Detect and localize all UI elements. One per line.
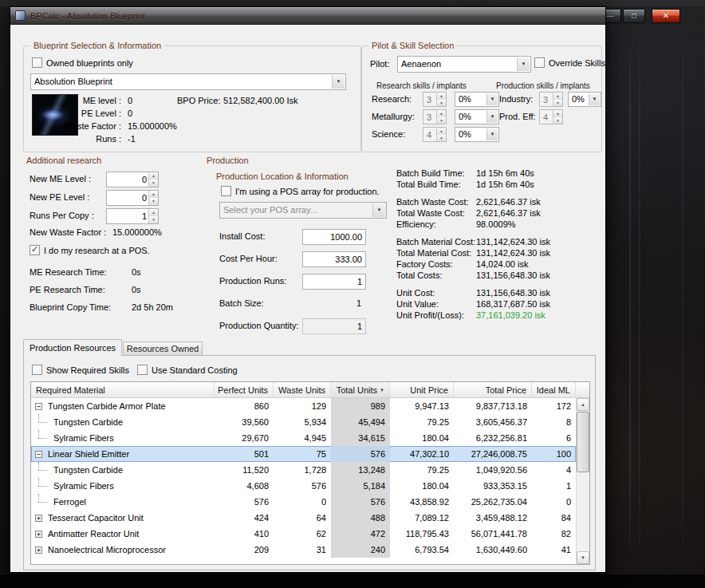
cell-waste-units: 4,945 [274,430,331,446]
table-row[interactable]: Tungsten Carbide39,5605,93445,49479.253,… [31,414,576,430]
cell-total-price: 6,232,256.81 [454,430,532,446]
skill-row: Prod. Eff:4▲▼ [499,109,603,126]
collapse-icon[interactable]: − [35,403,42,410]
table-row[interactable]: +Tesseract Capacitor Unit424644887,089.1… [31,510,576,526]
desktop-streak [682,29,683,569]
table-row[interactable]: Tungsten Carbide11,5201,72813,24879.251,… [31,462,576,478]
column-header-ideal-ml[interactable]: Ideal ML [532,382,576,397]
text-input[interactable]: 1000.00 [302,229,366,245]
override-skills-checkbox[interactable]: Override Skills [534,57,605,68]
checkbox-label: I do my research at a POS. [44,246,150,255]
table-row[interactable]: −Tungsten Carbide Armor Plate8601299899,… [31,398,576,414]
spinner-down-icon[interactable]: ▼ [437,100,446,107]
cell-unit-price: 180.04 [390,430,454,446]
cell-ideal-ml: 1 [532,478,576,494]
collapse-icon[interactable]: − [35,451,42,458]
numeric-input[interactable]: 0▲▼ [106,172,159,187]
use-standard-costing-checkbox[interactable]: Use Standard Costing [137,365,238,375]
stats-group: Batch Waste Cost:2,621,646.37 iskTotal W… [396,197,602,231]
implant-combo[interactable]: 0%▼ [455,109,499,124]
stats-group: Unit Cost:131,156,648.30 iskUnit Value:1… [396,288,602,322]
cell-unit-price: 47,302.10 [390,446,454,462]
cell-total-units: 5,184 [331,478,390,494]
implant-combo[interactable]: 0%▼ [455,127,499,142]
chevron-down-icon: ▼ [372,203,385,217]
spinner-up-icon[interactable]: ▲ [553,93,562,100]
cell-total-units: 13,248 [331,462,390,478]
cell-perfect-units: 29,670 [215,430,274,446]
expand-icon[interactable]: + [35,547,42,554]
scroll-up-icon[interactable]: ▲ [577,398,589,411]
implant-combo[interactable]: 0%▼ [568,92,601,107]
column-header-unit-price[interactable]: Unit Price [390,382,454,397]
spinner-up-icon[interactable]: ▲ [553,110,562,117]
spinner-down-icon[interactable]: ▼ [437,117,446,124]
stat-row: Efficiency:98.0009% [396,219,602,231]
spinner-down-icon[interactable]: ▼ [553,117,562,124]
spinner-down-icon[interactable]: ▼ [553,100,562,107]
material-cell: Sylramic Fibers [31,478,215,494]
numeric-input[interactable]: 1▲▼ [106,208,159,224]
numeric-input-row: New ME Level :0▲▼ [30,172,189,188]
table-row[interactable]: Ferrogel576057643,858.9225,262,735.040 [31,494,576,510]
stat-label: Batch Waste Cost: [396,197,469,207]
spinner-down-icon[interactable]: ▼ [149,216,158,223]
spinner-down-icon[interactable]: ▼ [149,198,158,205]
disabled-input: 1 [302,318,366,334]
text-input[interactable]: 333.00 [302,251,366,267]
table-row[interactable]: +Antimatter Reactor Unit41062472118,795.… [31,526,576,542]
column-header-label: Ideal ML [537,385,570,395]
tab-production-resources[interactable]: Production Resources [23,339,122,356]
pilot-combo[interactable]: Aenaenon ▼ [397,56,531,73]
numeric-input[interactable]: 0▲▼ [106,190,159,206]
titlebar[interactable]: BPCalc - Absolution Blueprint [10,7,605,25]
material-cell: +Tesseract Capacitor Unit [31,510,215,526]
research-at-pos-checkbox[interactable]: I do my research at a POS. [30,245,150,255]
input-label: Production Quantity: [219,321,299,330]
stat-value: 14,024.00 isk [476,259,528,269]
table-row[interactable]: Sylramic Fibers4,6085765,184180.04933,35… [31,478,576,494]
tab-resources-owned[interactable]: Resources Owned [123,341,203,356]
spinner-up-icon[interactable]: ▲ [437,128,446,135]
expand-icon[interactable]: + [35,531,42,538]
spinner-up-icon[interactable]: ▲ [149,191,158,198]
column-header-waste-units[interactable]: Waste Units [274,382,331,397]
desktop-streak [639,29,640,569]
expand-icon[interactable]: + [35,515,42,522]
spinner-up-icon[interactable]: ▲ [149,209,158,216]
material-name: Tungsten Carbide [53,414,123,430]
table-row[interactable]: −Linear Shield Emitter5017557647,302.102… [31,446,576,462]
spinner-buttons: ▲▼ [436,128,446,141]
column-header-total-price[interactable]: Total Price [454,382,532,397]
column-header-total-units[interactable]: Total Units▼ [331,382,390,397]
text-input[interactable]: 1 [302,274,366,290]
spinner-down-icon[interactable]: ▼ [437,135,446,142]
show-required-skills-checkbox[interactable]: Show Required Skills [32,365,129,375]
implant-combo[interactable]: 0%▼ [455,92,499,107]
vertical-scrollbar[interactable]: ▲ ▼ [576,398,589,564]
spinner-up-icon[interactable]: ▲ [437,110,446,117]
stat-value: 2,621,646.37 isk [476,197,541,207]
checkbox-icon [32,365,42,375]
material-cell: +Nanoelectrical Microprocessor [31,542,215,558]
scroll-down-icon[interactable]: ▼ [577,551,589,564]
scrollbar-thumb[interactable] [577,412,589,472]
client-area: Blueprint Selection & Information Owned … [10,25,605,572]
table-row[interactable]: Sylramic Fibers29,6704,94534,615180.046,… [31,430,576,446]
pos-array-checkbox[interactable]: I'm using a POS array for production. [221,186,380,196]
cell-ideal-ml: 8 [532,414,576,430]
chevron-down-icon: ▼ [486,93,498,105]
chevron-down-icon: ▼ [486,111,498,123]
table-row[interactable]: +Nanoelectrical Microprocessor209312406,… [31,542,576,558]
cell-perfect-units: 39,560 [215,414,274,430]
close-button[interactable]: ✕ [652,9,680,23]
spinner-buttons: ▲▼ [148,191,158,205]
info-label: Waste Factor : [65,121,121,131]
spinner-up-icon[interactable]: ▲ [149,172,158,180]
spinner-down-icon[interactable]: ▼ [149,180,158,187]
pilot-skill-group: Pilot & Skill Selection Pilot: Aenaenon … [361,45,602,152]
maximize-button[interactable]: □ [623,9,645,23]
spinner-up-icon[interactable]: ▲ [437,93,446,100]
column-header-required-material[interactable]: Required Material [31,382,215,397]
column-header-perfect-units[interactable]: Perfect Units [215,382,274,397]
